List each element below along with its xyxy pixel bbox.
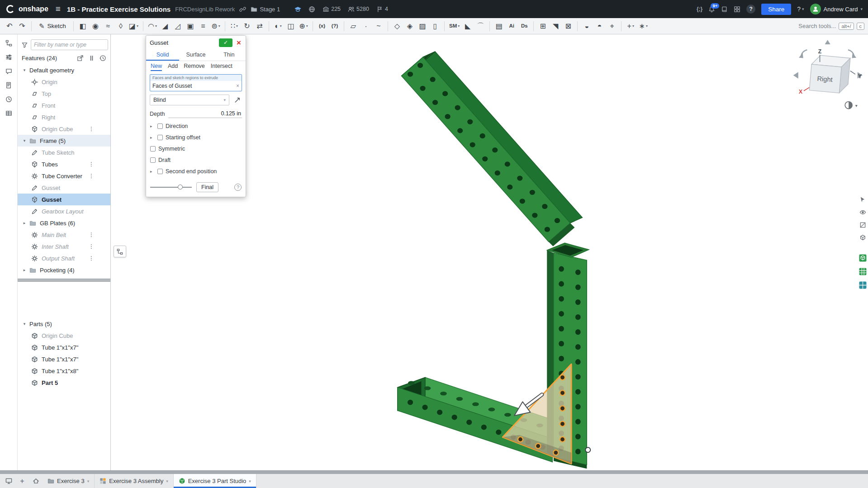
sweep-icon[interactable]: ≈ <box>102 20 114 33</box>
feature-item-gb-plates-6[interactable]: ▸GB Plates (6) <box>18 217 110 229</box>
part-item-part-5[interactable]: Part 5 <box>18 377 110 389</box>
rotate-left-arrow[interactable] <box>793 72 798 79</box>
fill-surface-icon[interactable]: ▨ <box>417 20 428 33</box>
chamfer-icon[interactable]: ◢ <box>159 20 171 33</box>
dialog-tab-thin[interactable]: Thin <box>213 49 246 61</box>
extrude-icon[interactable]: ◧ <box>77 20 89 33</box>
thicken-icon[interactable]: ◪▾ <box>128 20 140 33</box>
part-item-tube-1-x1-x8[interactable]: Tube 1"x1"x8" <box>18 365 110 377</box>
assign-icon[interactable]: ▤ <box>493 20 505 33</box>
feature-item-tube-converter[interactable]: Tube Converter⋮ <box>18 170 110 182</box>
app-store-icon[interactable] <box>734 6 740 13</box>
delete-face-icon[interactable]: ▯ <box>429 20 441 33</box>
diagonal-tube-part[interactable] <box>401 52 582 246</box>
vertex-point[interactable] <box>585 447 590 452</box>
feature-list-panel-icon[interactable] <box>5 40 12 47</box>
dialog-help-icon[interactable]: ? <box>234 184 242 191</box>
section-view-icon[interactable] <box>859 222 866 228</box>
rib-icon[interactable]: ≡ <box>197 20 209 33</box>
chevron-right-icon[interactable]: ▸ <box>150 124 155 128</box>
slider-knob[interactable] <box>178 185 183 190</box>
lookup-icon[interactable]: (?) <box>329 20 341 33</box>
option-second-end-position[interactable]: ▸Second end position <box>146 166 246 177</box>
variable-icon[interactable]: (x) <box>316 20 328 33</box>
help-badge-icon[interactable]: ? <box>746 5 755 14</box>
chevron-down-icon[interactable]: ▾ <box>87 479 90 483</box>
chevron-down-icon[interactable]: ▾ <box>22 68 27 72</box>
preview-slider[interactable] <box>150 187 192 188</box>
feature-item-main-belt[interactable]: Main Belt⋮ <box>18 229 110 241</box>
doc-tab-exercise-3-assembly[interactable]: Exercise 3 Assembly▾ <box>95 474 173 488</box>
feature-item-default-geometry[interactable]: ▾Default geometry <box>18 64 110 76</box>
rotate-up-arrow[interactable] <box>825 40 830 44</box>
feature-item-gearbox-layout[interactable]: Gearbox Layout <box>18 205 110 217</box>
loft-icon[interactable]: ◊ <box>115 20 127 33</box>
3d-viewport[interactable]: Right Z Y X ▾ Gusset ✓ × SolidSurfaceThi… <box>111 34 868 470</box>
tag-icon[interactable]: ⊠ <box>562 20 574 33</box>
chevron-right-icon[interactable]: ▸ <box>150 135 155 140</box>
community-stat[interactable]: 5280 <box>348 6 369 13</box>
checkbox-symmetric[interactable] <box>150 146 156 152</box>
draft-icon[interactable]: ◿ <box>172 20 184 33</box>
popout-panel-icon[interactable] <box>77 55 84 62</box>
option-symmetric[interactable]: Symmetric <box>146 143 246 154</box>
linear-pattern-icon[interactable]: ∷▾ <box>228 20 240 33</box>
user-menu[interactable]: Andrew Card ▾ <box>810 4 863 14</box>
custom-features-icon[interactable]: ∗▾ <box>637 20 649 33</box>
end-type-select[interactable]: Blind ▾ <box>150 95 229 105</box>
multi-viewport-icon[interactable] <box>859 281 867 289</box>
undo-icon[interactable]: ↶ <box>4 20 15 33</box>
chevron-right-icon[interactable]: ▸ <box>22 268 27 272</box>
named-views-icon[interactable]: ⌖ <box>606 20 618 33</box>
feature-item-origin-cube[interactable]: Origin Cube⋮ <box>18 123 110 135</box>
ai-icon[interactable]: Ai <box>506 20 517 33</box>
feature-item-inter-shaft[interactable]: Inter Shaft⋮ <box>18 241 110 252</box>
manage-tabs-icon[interactable] <box>2 474 15 488</box>
flange-icon[interactable]: ◣ <box>462 20 474 33</box>
split-icon[interactable]: ◫ <box>285 20 297 33</box>
feature-item-top[interactable]: Top <box>18 88 110 99</box>
bend-icon[interactable]: ⌒ <box>474 20 486 33</box>
feature-item-gusset[interactable]: Gusset <box>18 194 110 205</box>
option-draft[interactable]: Draft <box>146 154 246 166</box>
feature-item-tube-sketch[interactable]: Tube Sketch <box>18 147 110 158</box>
feature-item-gusset[interactable]: Gusset <box>18 182 110 194</box>
link-icon[interactable] <box>239 6 246 13</box>
parts-section-header[interactable]: ▾ Parts (5) <box>18 318 110 330</box>
home-icon[interactable] <box>29 474 43 488</box>
selection-box[interactable]: Faces and sketch regions to extrude Face… <box>150 74 242 91</box>
feature-tree-flyout-button[interactable] <box>114 246 126 257</box>
option-direction[interactable]: ▸Direction <box>146 120 246 132</box>
hide-show-icon[interactable] <box>859 209 866 216</box>
help-menu[interactable]: ? ▾ <box>797 5 804 13</box>
revolve-icon[interactable]: ◉ <box>90 20 101 33</box>
part-item-tube-1-x1-x7[interactable]: Tube 1"x1"x7" <box>18 353 110 365</box>
remove-selection-icon[interactable]: × <box>236 83 239 89</box>
selection-item[interactable]: Faces of Gusset × <box>150 81 242 91</box>
tables-panel-icon[interactable] <box>5 110 12 117</box>
chevron-down-icon[interactable]: ▾ <box>22 138 27 143</box>
comments-panel-icon[interactable] <box>5 68 12 75</box>
chevron-down-icon[interactable]: ▾ <box>249 479 251 483</box>
hole-icon[interactable]: ⊚▾ <box>210 20 222 33</box>
checkbox-direction[interactable] <box>157 123 163 129</box>
view-cube[interactable]: Right Z Y X <box>793 40 863 95</box>
shaded-view-icon[interactable] <box>859 254 867 262</box>
item-menu-icon[interactable]: ⋮ <box>89 173 94 179</box>
helix-icon[interactable]: ~ <box>373 20 384 33</box>
toolbar-search[interactable]: Search tools... alt+/ c <box>798 23 864 30</box>
section-tool-icon[interactable]: ◒ <box>581 20 593 33</box>
checkbox-second-end-position[interactable] <box>157 169 163 174</box>
checkbox-starting-offset[interactable] <box>157 135 163 140</box>
chevron-right-icon[interactable]: ▸ <box>150 169 155 174</box>
item-menu-icon[interactable]: ⋮ <box>89 232 94 238</box>
part-item-tube-1-x1-x7[interactable]: Tube 1"x1"x7" <box>18 341 110 353</box>
flip-direction-icon[interactable] <box>232 95 242 105</box>
surface-icon[interactable]: ◇ <box>391 20 403 33</box>
sketch-button[interactable]: ✎ Sketch <box>35 20 70 33</box>
chevron-right-icon[interactable]: ▸ <box>22 221 27 225</box>
item-menu-icon[interactable]: ⋮ <box>89 243 94 250</box>
share-button[interactable]: Share <box>761 4 791 15</box>
dialog-header[interactable]: Gusset ✓ × <box>146 36 246 49</box>
add-tab-button[interactable]: + <box>15 474 29 488</box>
